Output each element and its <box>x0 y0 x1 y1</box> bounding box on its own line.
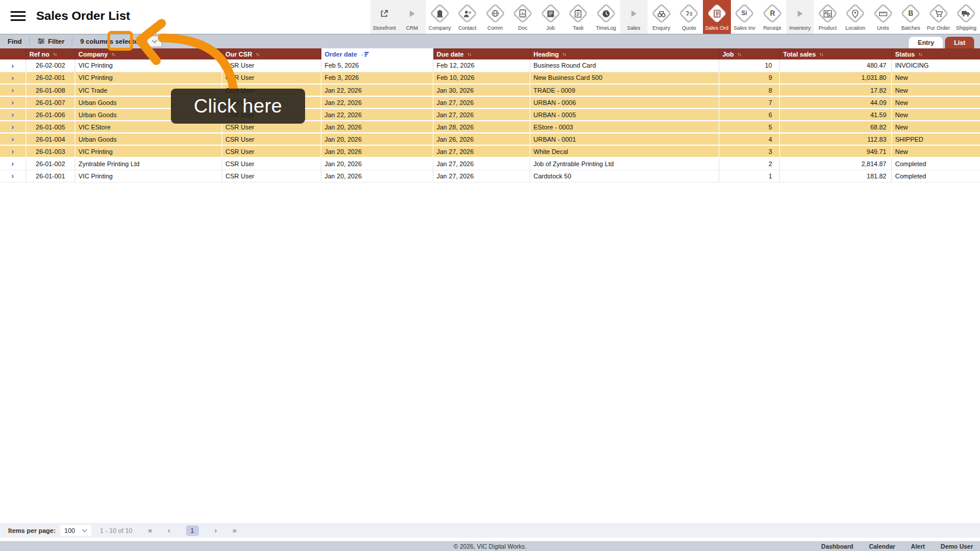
first-page-button[interactable]: « <box>148 527 152 535</box>
table-row[interactable]: ›26-02-001VIC PrintingCSR UserFeb 3, 202… <box>0 72 980 84</box>
module-batches[interactable]: BBatches <box>897 0 925 34</box>
cell-job: 2 <box>719 157 779 170</box>
module-doc[interactable]: Doc <box>509 0 537 34</box>
module-sales-ord[interactable]: Sales Ord <box>703 0 731 34</box>
column-header-ref[interactable]: Ref no↑↓ <box>26 48 75 59</box>
column-header-job[interactable]: Job↑↓ <box>719 48 779 59</box>
column-header-heading[interactable]: Heading↑↓ <box>530 48 719 59</box>
module-task[interactable]: Task <box>565 0 593 34</box>
hamburger-menu-icon[interactable] <box>10 11 26 23</box>
expand-row-icon[interactable]: › <box>12 159 14 168</box>
cell-expand: › <box>0 59 26 72</box>
module-label: Contact <box>459 25 477 31</box>
module-label: Task <box>573 25 584 31</box>
expand-row-icon[interactable]: › <box>12 73 14 82</box>
cell-order_date: Jan 20, 2026 <box>321 157 433 170</box>
table-row[interactable]: ›26-01-006Urban GoodsCSR UserJan 22, 202… <box>0 108 980 121</box>
cell-status: New <box>891 121 980 133</box>
table-row[interactable]: ›26-02-002VIC PrintingCSR UserFeb 5, 202… <box>0 59 980 72</box>
module-quote[interactable]: Quote <box>676 0 704 34</box>
module-shipping[interactable]: Shipping <box>953 0 980 34</box>
module-receipt[interactable]: RReceipt <box>758 0 786 34</box>
cell-ref: 26-01-004 <box>26 133 75 145</box>
module-job[interactable]: Job <box>537 0 565 34</box>
module-pur-order[interactable]: Pur Order <box>925 0 953 34</box>
table-row[interactable]: ›26-01-004Urban GoodsCSR UserJan 20, 202… <box>0 133 980 145</box>
module-storefront[interactable]: Storefront <box>370 0 398 34</box>
cell-total: 44.09 <box>779 96 891 108</box>
table-row[interactable]: ›26-01-008VIC TradeCSR UserJan 22, 2026J… <box>0 84 980 96</box>
cell-heading: Cardstock 50 <box>530 170 719 182</box>
footer-link-calendar[interactable]: Calendar <box>869 543 895 550</box>
footer-link-alert[interactable]: Alert <box>911 543 925 550</box>
column-header-csr[interactable]: Our CSR↑↓ <box>222 48 321 59</box>
module-timelog[interactable]: TimeLog <box>592 0 620 34</box>
current-page-button[interactable]: 1 <box>186 525 199 536</box>
column-header-order_date[interactable]: Order date↓ <box>321 48 433 59</box>
table-row[interactable]: ›26-01-007Urban GoodsCSR UserJan 22, 202… <box>0 96 980 108</box>
columns-dropdown-button[interactable] <box>147 36 162 47</box>
globe-icon <box>488 4 502 23</box>
table-row[interactable]: ›26-01-003VIC PrintingCSR UserJan 20, 20… <box>0 145 980 157</box>
items-per-page-select[interactable]: 100 <box>60 525 92 536</box>
next-page-button[interactable]: › <box>215 527 217 535</box>
table-row[interactable]: ›26-01-001VIC PrintingCSR UserJan 20, 20… <box>0 170 980 182</box>
module-units[interactable]: Units <box>869 0 897 34</box>
b-monogram-icon: B <box>904 4 918 23</box>
tab-entry[interactable]: Entry <box>909 37 943 48</box>
footer-link-dashboard[interactable]: Dashboard <box>821 543 853 550</box>
cell-order_date: Jan 20, 2026 <box>321 121 433 133</box>
filter-button[interactable]: Filter <box>30 38 72 45</box>
module-inventory[interactable]: Inventory <box>786 0 814 34</box>
module-product[interactable]: Product <box>814 0 842 34</box>
cell-heading: Job of Zyntrable Printing Ltd <box>530 157 719 170</box>
column-label: Total sales <box>783 51 816 58</box>
tab-list[interactable]: List <box>945 37 974 48</box>
cell-ref: 26-02-001 <box>26 72 75 84</box>
items-per-page-label: Items per page: <box>8 527 55 534</box>
previous-page-button[interactable]: ‹ <box>168 527 170 535</box>
column-header-company[interactable]: Company↑↓ <box>75 48 222 59</box>
ruler-icon <box>876 4 890 23</box>
chevron-down-icon <box>152 40 158 43</box>
cell-company: Urban Goods <box>75 133 222 145</box>
module-sales[interactable]: Sales <box>620 0 648 34</box>
module-enquiry[interactable]: Enquiry <box>648 0 676 34</box>
footer-link-demo-user[interactable]: Demo User <box>941 543 973 550</box>
module-crm[interactable]: CRM <box>398 0 426 34</box>
module-comm[interactable]: Comm <box>481 0 509 34</box>
column-header-total[interactable]: Total sales↑↓ <box>779 48 891 59</box>
cell-expand: › <box>0 170 26 182</box>
expand-row-icon[interactable]: › <box>12 122 14 131</box>
table-row[interactable]: ›26-01-005VIC EStoreCSR UserJan 20, 2026… <box>0 121 980 133</box>
cell-job: 3 <box>719 145 779 157</box>
expand-row-icon[interactable]: › <box>12 98 14 107</box>
cart-icon <box>932 4 946 23</box>
expand-row-icon[interactable]: › <box>12 86 14 94</box>
columns-selected-label[interactable]: 9 columns selected <box>72 38 145 45</box>
cell-company: VIC Printing <box>75 72 222 84</box>
expand-row-icon[interactable]: › <box>12 147 14 156</box>
table-row[interactable]: ›26-01-002Zyntrable Printing LtdCSR User… <box>0 157 980 170</box>
column-header-expand <box>0 48 26 59</box>
expand-row-icon[interactable]: › <box>12 110 14 119</box>
expand-row-icon[interactable]: › <box>12 171 14 180</box>
expand-row-icon[interactable]: › <box>12 61 14 70</box>
cell-csr: CSR User <box>222 170 321 182</box>
module-location[interactable]: Location <box>842 0 870 34</box>
cell-expand: › <box>0 84 26 96</box>
find-button[interactable]: Find <box>0 38 29 45</box>
module-contact[interactable]: Contact <box>454 0 482 34</box>
column-header-status[interactable]: Status↑↓ <box>891 48 980 59</box>
module-sales-inv[interactable]: SiSales Inv <box>731 0 759 34</box>
last-page-button[interactable]: » <box>233 527 237 535</box>
module-company[interactable]: Company <box>426 0 454 34</box>
table-body: ›26-02-002VIC PrintingCSR UserFeb 5, 202… <box>0 59 980 182</box>
column-header-due_date[interactable]: Due date↑↓ <box>433 48 530 59</box>
cell-status: SHIPPED <box>891 133 980 145</box>
expand-row-icon[interactable]: › <box>12 135 14 143</box>
cell-order_date: Jan 22, 2026 <box>321 96 433 108</box>
footer-links: DashboardCalendarAlertDemo User <box>821 543 973 550</box>
job-list-icon <box>544 4 558 23</box>
sort-icon: ↑↓ <box>562 52 566 57</box>
